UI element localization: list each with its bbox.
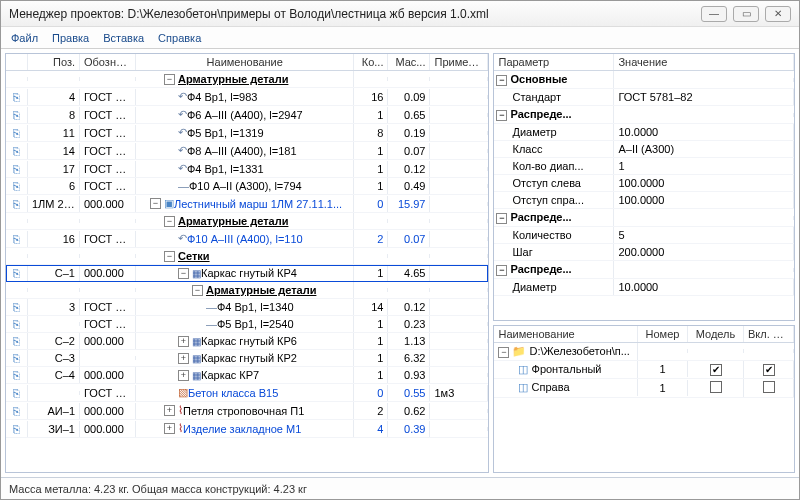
prop-value[interactable]: ГОСТ 5781–82: [614, 89, 794, 105]
expand-toggle[interactable]: +: [164, 423, 175, 434]
tree-group[interactable]: −Сетки: [6, 248, 488, 265]
col-mass[interactable]: Мас...: [388, 54, 430, 70]
expand-toggle[interactable]: +: [178, 370, 189, 381]
expand-toggle[interactable]: +: [178, 336, 189, 347]
checkbox[interactable]: ✔: [710, 364, 722, 376]
cube-icon: ▣: [164, 197, 174, 210]
cell-note: [430, 254, 488, 258]
expand-toggle[interactable]: −: [164, 74, 175, 85]
window-title: Менеджер проектов: D:\Железобетон\пример…: [9, 7, 701, 21]
expand-toggle[interactable]: −: [164, 216, 175, 227]
col-note[interactable]: Примечан...: [430, 54, 488, 70]
checkbox[interactable]: ✔: [763, 364, 775, 376]
model-row[interactable]: ◫ Фронтальный1✔✔: [494, 361, 794, 379]
col-value[interactable]: Значение: [614, 54, 794, 70]
col-code[interactable]: Обознач...: [80, 54, 136, 70]
tree-row[interactable]: ⎘ГОСТ 74...▧ Бетон класса В1500.551м3: [6, 384, 488, 402]
cell-note: [430, 427, 488, 431]
properties-list[interactable]: −ОсновныеСтандартГОСТ 5781–82−Распреде..…: [494, 71, 794, 320]
prop-value[interactable]: 1: [614, 158, 794, 174]
property-row[interactable]: СтандартГОСТ 5781–82: [494, 89, 794, 106]
prop-value[interactable]: 10.0000: [614, 279, 794, 295]
expand-toggle[interactable]: −: [192, 285, 203, 296]
maximize-button[interactable]: ▭: [733, 6, 759, 22]
col-model-model[interactable]: Модель: [688, 326, 744, 342]
tree-group[interactable]: −Арматурные детали: [6, 71, 488, 88]
prop-value[interactable]: 5: [614, 227, 794, 243]
checkbox[interactable]: [710, 381, 722, 393]
tree-row[interactable]: ⎘С–1000.000−▦ Каркас гнутый КР414.65: [6, 265, 488, 282]
property-row[interactable]: Диаметр10.0000: [494, 124, 794, 141]
model-row[interactable]: ◫ Справа1: [494, 379, 794, 398]
col-pos[interactable]: Поз.: [28, 54, 80, 70]
property-row[interactable]: Отступ спра...100.0000: [494, 192, 794, 209]
expand-toggle[interactable]: −: [150, 198, 161, 209]
col-model-name[interactable]: Наименование: [494, 326, 638, 342]
tree-row[interactable]: ⎘8ГОСТ 57...↶ Ф6 A–III (А400), l=294710.…: [6, 106, 488, 124]
property-group[interactable]: −Распреде...: [494, 261, 794, 279]
tree-row[interactable]: ⎘17ГОСТ 67...↶ Ф4 Вр1, l=133110.12: [6, 160, 488, 178]
col-qty[interactable]: Ко...: [354, 54, 388, 70]
property-row[interactable]: Кол-во диап...1: [494, 158, 794, 175]
prop-value[interactable]: 10.0000: [614, 124, 794, 140]
cell-mass: 0.19: [388, 125, 430, 141]
structure-tree[interactable]: −Арматурные детали⎘4ГОСТ 67...↶ Ф4 Вр1, …: [6, 71, 488, 472]
tree-row[interactable]: ⎘С–3+▦ Каркас гнутый КР216.32: [6, 350, 488, 367]
col-name[interactable]: Наименование: [136, 54, 354, 70]
expand-toggle[interactable]: +: [164, 405, 175, 416]
models-list[interactable]: −📁 D:\Железобетон\п...◫ Фронтальный1✔✔◫ …: [494, 343, 794, 472]
tree-row[interactable]: ⎘С–2000.000+▦ Каркас гнутый КР611.13: [6, 333, 488, 350]
expand-toggle[interactable]: +: [178, 353, 189, 364]
property-row[interactable]: КлассA–II (A300): [494, 141, 794, 158]
tree-group[interactable]: −Арматурные детали: [6, 213, 488, 230]
cell-pos: С–3: [28, 350, 80, 366]
property-group[interactable]: −Распреде...: [494, 209, 794, 227]
expand-toggle[interactable]: −: [496, 110, 507, 121]
tree-row[interactable]: ⎘АИ–1000.000+⌇ Петля строповочная П120.6…: [6, 402, 488, 420]
prop-value[interactable]: A–II (A300): [614, 141, 794, 157]
bar-icon: —: [206, 318, 217, 330]
property-group[interactable]: −Основные: [494, 71, 794, 89]
cell-mass: 15.97: [388, 196, 430, 212]
expand-toggle[interactable]: −: [496, 75, 507, 86]
menu-edit[interactable]: Правка: [52, 32, 89, 44]
property-group[interactable]: −Распреде...: [494, 106, 794, 124]
tree-row[interactable]: ⎘ЗИ–1000.000+⌇ Изделие закладное М140.39: [6, 420, 488, 438]
expand-toggle[interactable]: −: [164, 251, 175, 262]
menu-insert[interactable]: Вставка: [103, 32, 144, 44]
tree-row[interactable]: ⎘ГОСТ 67...— Ф5 Вр1, l=254010.23: [6, 316, 488, 333]
tree-group[interactable]: −Арматурные детали: [6, 282, 488, 299]
col-model-inc[interactable]: Вкл. в с...: [744, 326, 794, 342]
property-row[interactable]: Шаг200.0000: [494, 244, 794, 261]
prop-value[interactable]: 100.0000: [614, 192, 794, 208]
property-row[interactable]: Количество5: [494, 227, 794, 244]
tree-row[interactable]: ⎘1ЛМ 27.11.1...000.000−▣ Лестничный марш…: [6, 195, 488, 213]
close-button[interactable]: ✕: [765, 6, 791, 22]
tree-row[interactable]: ⎘14ГОСТ 57...↶ Ф8 A–III (А400), l=18110.…: [6, 142, 488, 160]
tree-row[interactable]: ⎘4ГОСТ 67...↶ Ф4 Вр1, l=983160.09: [6, 88, 488, 106]
expand-toggle[interactable]: −: [496, 265, 507, 276]
tree-row[interactable]: ⎘6ГОСТ 57...— Ф10 A–II (А300), l=79410.4…: [6, 178, 488, 195]
menu-file[interactable]: Файл: [11, 32, 38, 44]
cell-note: [430, 184, 488, 188]
expand-toggle[interactable]: −: [178, 268, 189, 279]
col-model-num[interactable]: Номер: [638, 326, 688, 342]
expand-toggle[interactable]: −: [496, 213, 507, 224]
prop-value[interactable]: 200.0000: [614, 244, 794, 260]
col-param[interactable]: Параметр: [494, 54, 614, 70]
model-root[interactable]: −📁 D:\Железобетон\п...: [494, 343, 794, 361]
group-label: Арматурные детали: [206, 284, 316, 296]
minimize-button[interactable]: —: [701, 6, 727, 22]
checkbox[interactable]: [763, 381, 775, 393]
expand-toggle[interactable]: −: [498, 347, 509, 358]
property-row[interactable]: Отступ слева100.0000: [494, 175, 794, 192]
grid-icon: ▦: [192, 336, 201, 347]
tree-row[interactable]: ⎘С–4000.000+▦ Каркас КР710.93: [6, 367, 488, 384]
property-row[interactable]: Диаметр10.0000: [494, 279, 794, 296]
cell-mass: [388, 77, 430, 81]
tree-row[interactable]: ⎘16ГОСТ 57...↶ Ф10 A–III (А400), l=11020…: [6, 230, 488, 248]
tree-row[interactable]: ⎘11ГОСТ 67...↶ Ф5 Вр1, l=131980.19: [6, 124, 488, 142]
prop-value[interactable]: 100.0000: [614, 175, 794, 191]
tree-row[interactable]: ⎘3ГОСТ 67...— Ф4 Вр1, l=1340140.12: [6, 299, 488, 316]
menu-help[interactable]: Справка: [158, 32, 201, 44]
